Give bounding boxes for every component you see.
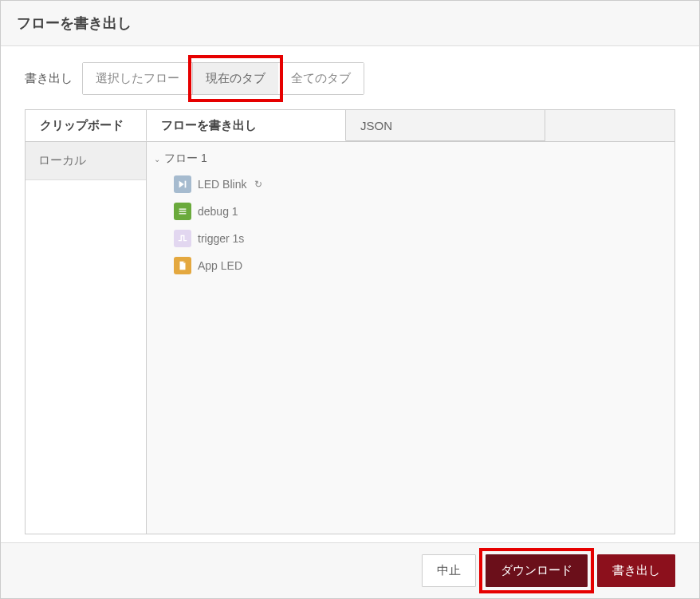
flow-nodes: LED Blink ↻ debug 1 bbox=[153, 171, 668, 279]
scope-current-tab-highlight: 現在のタブ bbox=[193, 63, 278, 94]
flow-node[interactable]: App LED bbox=[172, 252, 668, 279]
dialog-title: フローを書き出し bbox=[17, 14, 683, 33]
scope-current-tab-button[interactable]: 現在のタブ bbox=[193, 63, 278, 94]
flow-list: ⌄ フロー 1 LED Blink ↻ bbox=[147, 142, 674, 534]
scope-selected-flow-button[interactable]: 選択したフロー bbox=[83, 63, 193, 94]
flow-group-name: フロー 1 bbox=[164, 152, 207, 166]
dialog-body: 書き出し 選択したフロー 現在のタブ 全てのタブ クリップボード フローを書き出… bbox=[1, 46, 699, 542]
cancel-button[interactable]: 中止 bbox=[422, 554, 476, 587]
tab-clipboard[interactable]: クリップボード bbox=[26, 110, 147, 141]
repeat-icon: ↻ bbox=[254, 179, 262, 190]
dialog-footer: 中止 ダウンロード 書き出し bbox=[1, 542, 699, 598]
debug-node-icon bbox=[174, 203, 191, 220]
flow-group: ⌄ フロー 1 LED Blink ↻ bbox=[153, 150, 668, 279]
flow-node[interactable]: debug 1 bbox=[172, 198, 668, 225]
top-tabs: クリップボード フローを書き出し JSON bbox=[26, 110, 674, 142]
export-dialog: フローを書き出し 書き出し 選択したフロー 現在のタブ 全てのタブ クリップボー… bbox=[0, 0, 700, 599]
sidebar-item-local[interactable]: ローカル bbox=[26, 142, 146, 180]
trigger-node-icon bbox=[174, 230, 191, 247]
scope-all-tabs-button[interactable]: 全てのタブ bbox=[278, 63, 364, 94]
dialog-header: フローを書き出し bbox=[1, 1, 699, 46]
flow-node-label: trigger 1s bbox=[198, 232, 244, 245]
tab-json[interactable]: JSON bbox=[346, 110, 545, 141]
download-button[interactable]: ダウンロード bbox=[486, 554, 588, 587]
function-node-icon bbox=[174, 257, 191, 274]
flow-node-label: LED Blink bbox=[198, 178, 246, 191]
main-area: クリップボード フローを書き出し JSON ローカル ⌄ フロー 1 bbox=[25, 109, 675, 534]
download-button-highlight: ダウンロード bbox=[486, 554, 588, 587]
flow-node-label: debug 1 bbox=[198, 205, 238, 218]
tab-export-flow[interactable]: フローを書き出し bbox=[147, 110, 346, 141]
svg-rect-0 bbox=[185, 181, 187, 188]
export-scope-row: 書き出し 選択したフロー 現在のタブ 全てのタブ bbox=[25, 62, 675, 95]
svg-rect-2 bbox=[179, 211, 187, 211]
flow-group-header[interactable]: ⌄ フロー 1 bbox=[153, 150, 668, 167]
inject-node-icon bbox=[174, 175, 191, 193]
export-scope-label: 書き出し bbox=[25, 71, 73, 86]
flow-node[interactable]: trigger 1s bbox=[172, 225, 668, 252]
sidebar: ローカル bbox=[26, 142, 147, 534]
svg-rect-1 bbox=[179, 209, 187, 210]
export-scope-buttons: 選択したフロー 現在のタブ 全てのタブ bbox=[82, 62, 364, 95]
flow-node[interactable]: LED Blink ↻ bbox=[172, 171, 668, 198]
content-row: ローカル ⌄ フロー 1 LED Bl bbox=[26, 142, 674, 534]
chevron-down-icon: ⌄ bbox=[153, 155, 161, 164]
svg-rect-3 bbox=[179, 213, 187, 214]
export-button[interactable]: 書き出し bbox=[597, 554, 675, 587]
flow-node-label: App LED bbox=[198, 259, 242, 272]
